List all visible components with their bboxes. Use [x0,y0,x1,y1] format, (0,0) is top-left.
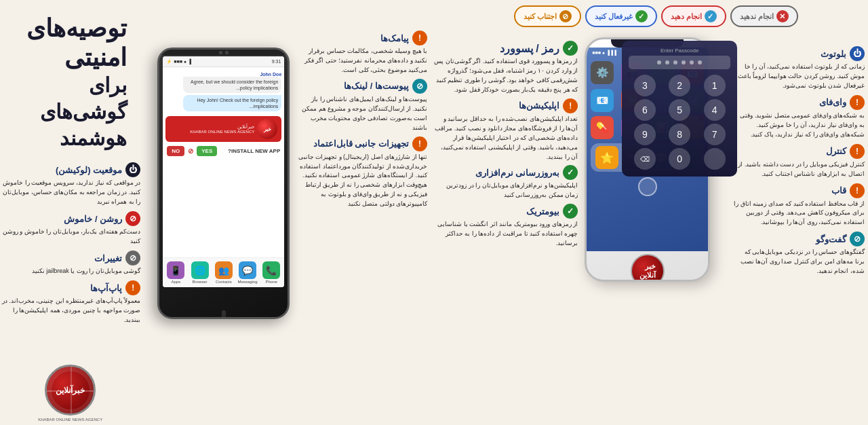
no-button[interactable]: NO [167,146,184,156]
numpad-3[interactable]: 3 [634,75,656,96]
title-line-2: برای گوشی‌های هوشمند [0,72,127,151]
numpad-9[interactable]: 9 [634,124,656,145]
messaging-app-icon: 💬 [239,261,256,279]
chat-message-2: Hey John! Check out the foreign policy i… [183,95,281,111]
brand-info: خبرآنلاین KHABAR ONLINE NEWS AGENCY [190,124,254,134]
android-app-contacts[interactable]: 👥 Contacts [213,261,235,284]
apps-text: تعداد اپلیکیشن‌های نصب‌شده را به حداقل ب… [434,115,578,162]
bluetooth-title: ⏻ بلوتوث [734,46,865,61]
case-icon: ! [850,183,865,198]
android-app-browser[interactable]: 🌐 Browser [189,261,210,284]
biometric-icon: ✓ [563,204,578,219]
attachments-section: ⊘ پیوست‌ها / لینک‌ها پیوست‌ها و لینک‌های… [296,79,427,133]
charger-cable [222,310,226,319]
main-layout: ⏻ بلوتوث زمانی که از بلوتوث استفاده نمی‌… [0,0,868,425]
messages-title: ! پیامک‌ها [296,31,427,45]
numpad-7[interactable]: 7 [704,124,726,145]
home-button-area [587,177,708,196]
settings-text: گوشی موبایل‌تان را روت یا jailbreak نکنی… [0,267,140,276]
ios-app-8: 📧 [589,89,615,112]
mid-right-column: ! پیامک‌ها با هیچ وسیله شخصی، مکالمات حس… [293,0,431,425]
x-icon: ✕ [776,10,789,22]
passcode-dot-1 [698,60,702,64]
ios-app-4: ⚙️ [589,61,615,85]
attachments-title: ⊘ پیوست‌ها / لینک‌ها [296,79,427,94]
numpad-0[interactable]: 0 [669,148,690,170]
numpad-8[interactable]: 8 [669,124,690,145]
install-prompt-row: INSTALL NEW APP? YES ⊘ NO [163,144,284,158]
popups-title: ! پاپ‌آپ‌ها [0,280,140,295]
settings-section: ⊘ تغییرات گوشی موبایل‌تان را روت یا jail… [0,251,140,276]
accessories-section: ! تجهیزات جانبی قابل‌اعتماد تنها از شارژ… [296,136,427,210]
numpad-2[interactable]: 2 [669,75,690,96]
wifi-section: ! وای‌فای به شبکه‌های وای‌فای عمومی متصل… [734,95,865,140]
numpad-star[interactable] [704,148,726,170]
update-icon: ✓ [563,165,578,180]
numpad-5[interactable]: 5 [669,99,690,121]
yes-button[interactable]: YES [197,146,217,156]
accessories-text: تنها از شارژرهای اصل (اریجینال) و تجهیزا… [296,153,427,210]
wifi-title: ! وای‌فای [734,95,865,110]
control-title: ! کنترل [734,144,865,159]
apps-icon: ! [563,98,578,113]
top-buttons-bar: ✕ انجام ندهید ✓ انجام دهید ✓ غیرفعال کنی… [581,5,730,27]
numpad-backspace[interactable]: ⌫ [634,148,656,170]
settings-icon: ⊘ [125,251,140,265]
update-title: ✓ به‌روزرسانی نرم‌افزاری [434,165,578,180]
control-text: کنترل فیزیکی موبایل را در دست داشته باشی… [734,160,865,179]
location-title: ⏻ موقعیت (لوکیشن) [0,162,140,177]
main-brand-logo: خبرآنلاین [45,365,96,415]
bluetooth-section: ⏻ بلوتوث زمانی که از بلوتوث استفاده نمی‌… [734,46,865,91]
android-camera-area [159,50,288,55]
do-button[interactable]: ✓ انجام دهید [661,5,726,27]
contacts-app-icon: 👥 [215,261,233,279]
voip-text: گفتگوهای حساس را در نزدیکی موبایل‌هایی ک… [734,248,865,276]
dont-do-button[interactable]: ✕ انجام ندهید [730,5,798,27]
avoid-button[interactable]: ⊘ اجتناب کنید [514,5,581,27]
android-app-bar: 📞 Phone 💬 Messaging 👥 Contacts 🌐 Browser [163,257,284,287]
android-status-bar: 9:31 ▐ ● ■■■ ⚡ [163,56,284,67]
passcode-prompt: Enter Passcode [629,48,730,54]
android-chat-area: John Doe Agree, but we should consider t… [163,67,284,114]
messages-icon: ! [412,31,427,45]
password-title: ✓ رمز / پسوورد [434,41,578,56]
ios-dock-star: ⭐ [595,146,618,169]
android-device: 9:31 ▐ ● ■■■ ⚡ John Doe Agree, but we sh… [157,48,290,319]
ios-app-icon-12: 💊 [591,116,614,139]
password-icon: ✓ [563,41,578,56]
popups-icon: ! [125,280,140,295]
ios-app-icon-4: ⚙️ [591,61,614,84]
settings-title: ⊘ تغییرات [0,251,140,265]
android-app-messaging[interactable]: 💬 Messaging [237,261,258,284]
numpad-4[interactable]: 4 [704,99,726,121]
numpad-1[interactable]: 1 [704,75,726,96]
bluetooth-icon: ⏻ [850,46,865,61]
center-column: ✓ رمز / پسوورد از رمزها و پسوورد قوی است… [431,0,581,425]
biometric-section: ✓ بیومتریک از رمزهای ورود بیومتریک مانند… [434,204,578,248]
passcode-dot-6 [657,60,661,64]
avoid-icon: ⊘ [559,10,572,22]
home-button[interactable] [638,177,657,196]
biometric-text: از رمزهای ورود بیومتریک مانند اثر انگشت … [434,220,578,248]
numpad-6[interactable]: 6 [634,99,656,121]
location-text: در مواقعی که نیاز ندارید، سرویس موقعیت ر… [0,179,140,207]
passcode-dot-2 [690,60,694,64]
android-screen: 9:31 ▐ ● ■■■ ⚡ John Doe Agree, but we sh… [163,56,284,287]
passcode-input-field[interactable] [629,56,730,69]
browser-app-icon: 🌐 [191,261,209,279]
phone-app-icon: 📞 [262,261,280,279]
voip-icon: ⊘ [850,232,865,246]
update-text: اپلیکیشن‌ها و نرم‌افزارهای موبایل‌تان را… [434,181,578,200]
password-section: ✓ رمز / پسوورد از رمزها و پسوورد قوی است… [434,41,578,95]
deactivate-button[interactable]: ✓ غیرفعال کنید [585,5,657,27]
popups-text: معمولاً پاپ‌آپ‌های غیرمنتظره این چنینی، … [0,297,140,325]
camera-dot [225,51,229,54]
speaker-dot [219,51,222,54]
apps-section: ! اپلیکیشن‌ها تعداد اپلیکیشن‌های نصب‌شده… [434,98,578,162]
onoff-title: ⊘ روشن / خاموش [0,211,140,226]
android-app-phone[interactable]: 📞 Phone [260,261,282,284]
android-app-apps[interactable]: 📱 Apps [165,261,186,284]
wifi-text: به شبکه‌های وای‌فای عمومی متصل نشوید. وق… [734,111,865,140]
messages-text: با هیچ وسیله شخصی، مکالمات حساس برقرار ن… [296,47,427,75]
case-section: ! قاب از قاب محافظ استفاده کنید که صدای … [734,183,865,228]
